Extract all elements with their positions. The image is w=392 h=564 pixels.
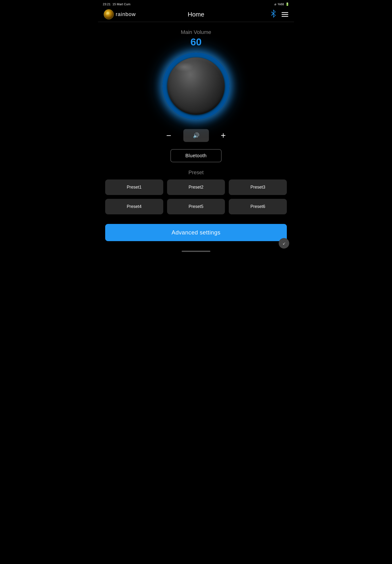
svg-point-0 <box>104 10 113 19</box>
bluetooth-button[interactable]: Bluetooth <box>170 149 221 162</box>
volume-decrease-button[interactable]: − <box>161 131 176 140</box>
knob-shine <box>174 62 194 72</box>
collapse-button[interactable]: ↙ <box>279 238 289 248</box>
logo-image <box>104 9 114 19</box>
wifi-icon: ⌀ <box>274 2 276 6</box>
status-bar: 23:21 15 Mart Cum ⌀ %68 🔋 <box>98 0 294 7</box>
preset1-button[interactable]: Preset1 <box>105 179 163 195</box>
volume-knob-inner <box>167 57 225 115</box>
preset6-button[interactable]: Preset6 <box>229 199 287 214</box>
preset4-button[interactable]: Preset4 <box>105 199 163 214</box>
speaker-icon: 🔊 <box>193 132 199 139</box>
bluetooth-section: Bluetooth <box>98 149 294 162</box>
preset5-button[interactable]: Preset5 <box>167 199 225 214</box>
preset-section: Preset Preset1 Preset2 Preset3 Preset4 P… <box>98 169 294 214</box>
logo-area: rainbow <box>104 9 136 19</box>
header: rainbow Home <box>98 7 294 22</box>
status-right: ⌀ %68 🔋 <box>274 2 289 6</box>
status-time: 23:21 <box>103 2 111 6</box>
status-left: 23:21 15 Mart Cum <box>103 2 130 6</box>
preset-label: Preset <box>105 169 287 176</box>
main-volume-section: Main Volume 60 <box>98 22 294 129</box>
battery-percent: %68 <box>278 2 284 6</box>
volume-knob-outer <box>163 53 229 120</box>
preset-grid-bottom: Preset4 Preset5 Preset6 <box>105 199 287 214</box>
volume-increase-button[interactable]: + <box>216 131 231 140</box>
knob-container[interactable] <box>98 53 294 120</box>
home-bar <box>182 251 210 252</box>
volume-number: 60 <box>98 36 294 48</box>
speaker-button[interactable]: 🔊 <box>183 129 209 142</box>
menu-icon[interactable] <box>281 12 288 17</box>
main-volume-label: Main Volume <box>98 29 294 35</box>
logo-text: rainbow <box>116 11 136 17</box>
preset-grid-top: Preset1 Preset2 Preset3 <box>105 179 287 195</box>
home-indicator <box>98 248 294 253</box>
bluetooth-icon[interactable] <box>270 10 277 19</box>
menu-line-2 <box>281 14 288 15</box>
preset3-button[interactable]: Preset3 <box>229 179 287 195</box>
menu-line-1 <box>281 12 288 13</box>
header-icons <box>270 10 288 19</box>
menu-line-3 <box>281 16 288 17</box>
preset2-button[interactable]: Preset2 <box>167 179 225 195</box>
status-date: 15 Mart Cum <box>112 2 130 6</box>
advanced-section: Advanced settings <box>98 218 294 248</box>
controls-row: − 🔊 + <box>98 129 294 142</box>
battery-icon: 🔋 <box>285 2 289 6</box>
collapse-icon: ↙ <box>282 241 286 246</box>
header-title: Home <box>188 11 204 18</box>
advanced-settings-button[interactable]: Advanced settings <box>105 224 287 241</box>
